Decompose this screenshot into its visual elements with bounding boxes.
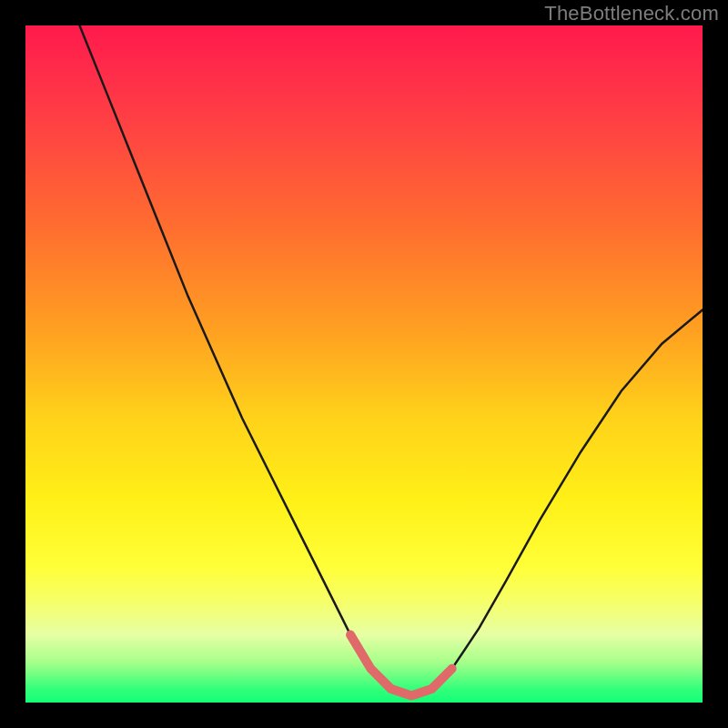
curve-svg [25,25,703,703]
watermark-text: TheBottleneck.com [544,2,719,25]
plot-gradient-area [25,25,703,703]
bottom-highlight [350,635,452,696]
chart-frame: TheBottleneck.com [0,0,728,728]
bottleneck-curve [80,25,703,696]
